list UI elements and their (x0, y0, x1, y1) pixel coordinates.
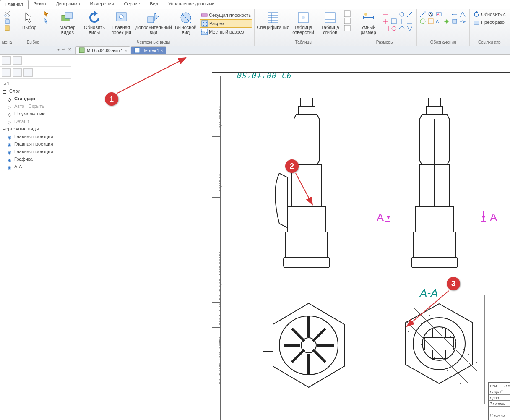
dropdown-icon[interactable]: ▾ (57, 47, 60, 52)
hole-table-button[interactable]: Таблица отверстий (290, 10, 317, 36)
tree-layer-item[interactable]: ◇По умолчанию (8, 110, 70, 117)
svg-rect-35 (474, 21, 479, 24)
drawing-sheet: Перв. примен. Справ. № Подп. и дата Инв.… (212, 72, 510, 420)
tree-layer-item[interactable]: ◇Default (8, 117, 70, 125)
annot-icon[interactable] (459, 18, 466, 25)
select-var1-icon[interactable] (43, 10, 50, 17)
section-button[interactable]: Разрез (200, 19, 252, 28)
spec-button[interactable]: Спецификация (256, 10, 290, 31)
detail-view-button[interactable]: Выносной вид (172, 10, 199, 36)
tab-main[interactable]: Главная (0, 0, 29, 9)
drawing-canvas[interactable]: ЕСКД разрезы Заполнение: Стандарт Угол: … (71, 55, 510, 420)
convert-icon (473, 19, 480, 26)
doc-tab-draft[interactable]: Чертеж1× (131, 46, 166, 54)
side-tool-icon[interactable] (2, 56, 11, 65)
tab-diagram[interactable]: Диаграмма (51, 0, 85, 9)
annot-icon[interactable] (459, 11, 466, 18)
update-views-button[interactable]: Обновить виды (81, 10, 108, 36)
annot-icon[interactable] (443, 11, 450, 18)
tab-sketch[interactable]: Эскиз (29, 0, 51, 9)
tree-view-item[interactable]: ◉Графика (8, 155, 70, 163)
view-wizard-button[interactable]: Мастер видов (54, 10, 81, 36)
bend-table-button[interactable]: Таблица сгибов (317, 10, 343, 36)
pin-icon[interactable]: ⇴ (62, 47, 65, 52)
dim-icon[interactable] (382, 18, 389, 25)
dim-icon[interactable] (398, 11, 405, 18)
annot-icon[interactable]: A (435, 18, 442, 25)
side-tool-icon[interactable] (2, 68, 11, 77)
cutting-plane-button[interactable]: Секущая плоскость (200, 11, 252, 19)
dim-icon[interactable] (398, 18, 405, 25)
dim-icon[interactable] (406, 25, 413, 32)
svg-rect-44 (284, 257, 330, 268)
main-proj-icon (114, 11, 128, 24)
dim-icon[interactable] (406, 11, 413, 18)
svg-line-62 (117, 58, 186, 93)
tree-view-item[interactable]: ◉Главная проекция (8, 133, 70, 140)
select-var2-icon[interactable] (43, 18, 50, 24)
side-tool-icon[interactable] (23, 68, 33, 77)
pin-bar: ▾ ⇴ ✕ (0, 46, 71, 52)
annot-icon[interactable]: A (435, 11, 442, 18)
svg-rect-23 (391, 19, 396, 24)
table-small2-icon[interactable] (344, 18, 351, 24)
cutting-plane-icon (201, 12, 208, 18)
paste-icon[interactable] (4, 25, 10, 31)
tree-layer-item[interactable]: ◇Авто - Скрыть (8, 102, 70, 110)
tree-view-item[interactable]: ◉A-A (8, 163, 70, 170)
select-button[interactable]: Выбор (16, 10, 43, 31)
tree-layers-node[interactable]: ☰Слои (3, 87, 70, 95)
table-small1-icon[interactable] (344, 10, 351, 17)
smart-dim-button[interactable]: Умный размер (355, 10, 382, 36)
tree-view-item[interactable]: ◉Главная проекция (8, 148, 70, 155)
dim-icon[interactable] (382, 25, 389, 32)
annot-icon[interactable] (427, 18, 434, 25)
close-icon[interactable]: × (125, 48, 128, 53)
local-section-button[interactable]: Местный разрез (200, 28, 252, 36)
dim-icon[interactable] (390, 18, 397, 25)
main-projection-button[interactable]: Главная проекция (108, 10, 135, 36)
ribbon: мена Выбор Выбор Мастер видов Обновить в… (0, 9, 510, 46)
svg-rect-11 (201, 14, 207, 16)
section-aa-drawing (393, 295, 485, 396)
tree-layer-item[interactable]: ◇Стандарт (8, 95, 70, 102)
dim-icon[interactable] (390, 25, 397, 32)
side-tool-icon[interactable] (13, 68, 22, 77)
update-link-button[interactable]: Обновить с (472, 10, 507, 18)
aux-view-button[interactable]: Дополнительный вид (135, 10, 172, 36)
tree-view-item[interactable]: ◉Главная проекция (8, 140, 70, 148)
refresh-icon (88, 11, 101, 24)
annot-icon[interactable] (419, 18, 426, 25)
close-panel-icon[interactable]: ✕ (68, 47, 71, 52)
tab-data[interactable]: Управление данными (163, 0, 220, 9)
tab-measure[interactable]: Измерения (85, 0, 119, 9)
tree-root[interactable]: ст1 (3, 80, 70, 87)
annot-icon[interactable] (443, 18, 450, 25)
document-tabs: МЧ 05.04.00.asm:1× Чертеж1× (0, 46, 510, 55)
close-icon[interactable]: × (161, 48, 163, 53)
svg-point-21 (364, 13, 367, 16)
annot-icon[interactable] (419, 11, 426, 18)
cursor-icon (23, 11, 36, 24)
section-view-box[interactable] (393, 295, 485, 404)
cut-icon[interactable] (4, 10, 10, 17)
table-small3-icon[interactable] (344, 25, 351, 31)
dim-icon[interactable] (390, 11, 397, 18)
copy-icon[interactable] (4, 18, 10, 24)
annot-icon[interactable]: A (427, 11, 434, 18)
convert-button[interactable]: Преобразо (472, 18, 506, 26)
front-view (263, 98, 346, 274)
annot-icon[interactable] (451, 11, 458, 18)
dim-icon[interactable] (406, 18, 413, 25)
section-icon (201, 20, 208, 27)
doc-tab-asm[interactable]: МЧ 05.04.00.asm:1× (75, 46, 130, 54)
group-label-tables: Таблицы (295, 39, 312, 45)
dim-icon[interactable] (398, 25, 405, 32)
tab-service[interactable]: Сервис (119, 0, 145, 9)
dim-icon[interactable] (382, 11, 389, 18)
annot-icon[interactable] (451, 18, 458, 25)
tree-views-node[interactable]: Чертежные виды (3, 125, 70, 133)
side-tool-icon[interactable] (13, 56, 22, 65)
annot-grid: A A A (419, 10, 468, 26)
tab-view[interactable]: Вид (145, 0, 163, 9)
